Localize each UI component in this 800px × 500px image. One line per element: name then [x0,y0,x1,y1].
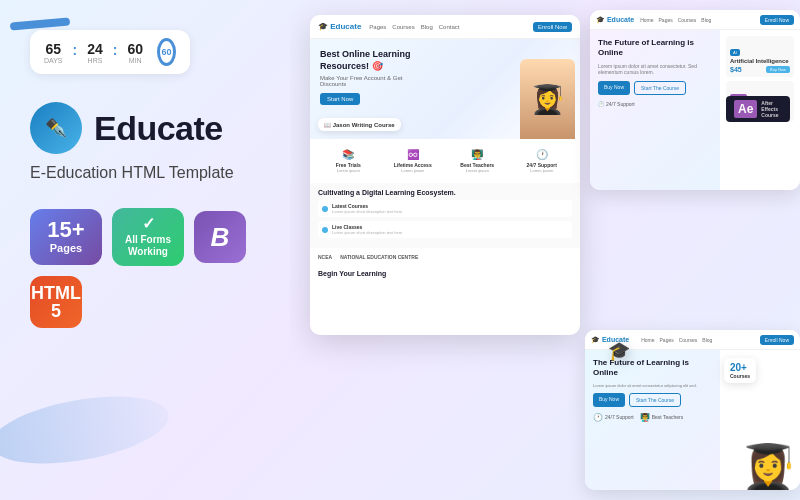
pen-icon: ✒️ [45,117,67,139]
ss3-hero: The Future of Learning is Online Lorem i… [585,350,720,490]
product-subtitle: E-Education HTML Template [30,164,280,182]
ss2-hero-btns: Buy Now Start The Course [598,81,712,95]
screenshot-secondary: 🎓 Educate Home Pages Courses Blog Enroll… [590,10,800,190]
feature-lifetime: ♾️ Lifetime Access Lorem ipsum [383,145,444,177]
right-panel: 🎨 ✏️ 🎓 Educate Pages Courses Blog Contac… [290,0,800,500]
ss-main-nav-logo: 🎓 Educate [318,22,361,31]
course-dot-live [322,227,328,233]
ss3-courses-label: Courses [730,373,750,379]
ss3-student-panel: 20+ Courses 👩‍🎓 [720,350,800,490]
ss2-nav-links: Home Pages Courses Blog [640,17,711,23]
timer-sep-1: : [73,42,78,58]
ss2-courses-list: AI Artificial Intelligence $45 Buy Now F… [720,30,800,190]
ss3-start-btn: Start The Course [629,393,681,407]
stat-teacher-icon: 👨‍🏫 [640,413,650,422]
course-item-live: Live Classes Lorem ipsum short descripti… [318,221,572,238]
feature-book-icon: 📚 [320,149,377,160]
feature-free-trials: 📚 Free Trials Lorem ipsum [318,145,379,177]
pages-badge: 15+ Pages [30,209,102,265]
badges-row: 15+ Pages ✓ All Forms Working B HTML 5 [30,208,280,328]
ss-main-hero: Best Online Learning Resources! 🎯 Make Y… [310,39,580,139]
ss3-student-emoji: 👩‍🎓 [740,445,796,490]
logo-area: ✒️ Educate [30,102,280,154]
begin-section: Begin Your Learning [310,266,580,281]
screenshots-container: 🎨 ✏️ 🎓 Educate Pages Courses Blog Contac… [290,0,800,500]
ss-main-nav-btn: Enroll Now [533,22,572,32]
support-icon: 🕐 [598,101,604,107]
ss3-nav-btn: Enroll Now [760,335,794,345]
ss-main-nav: 🎓 Educate Pages Courses Blog Contact Enr… [310,15,580,39]
ss-main-partners: NCEA NATIONAL EDUCATION CENTRE [310,248,580,266]
bootstrap-badge: B [194,211,246,263]
timer-sep-2: : [113,42,118,58]
ss3-nav-links: Home Pages Courses Blog [641,337,712,343]
ss3-hero-text: Lorem ipsum dolor sit amet consectetur a… [593,383,712,388]
screenshot-main: 🎓 Educate Pages Courses Blog Contact Enr… [310,15,580,335]
forms-badge: ✓ All Forms Working [112,208,184,266]
timer-widget: 65 Days : 24 Hrs : 60 Min 60 [30,30,190,74]
feature-teachers: 👨‍🏫 Best Teachers Lorem ipsum [447,145,508,177]
ss2-nav-logo: 🎓 Educate [596,16,634,24]
ss2-course-ai: AI Artificial Intelligence $45 Buy Now [726,36,794,77]
ss2-nav-btn: Enroll Now [760,15,794,25]
ss2-buy-btn: Buy Now [598,81,630,95]
course-item-latest: Latest Courses Lorem ipsum short descrip… [318,200,572,217]
timer-mins: 60 Min [127,41,143,64]
html5-badge: HTML 5 [30,276,82,328]
ss-main-features: 📚 Free Trials Lorem ipsum ♾️ Lifetime Ac… [310,139,580,183]
timer-hours: 24 Hrs [87,41,103,64]
ss2-nav: 🎓 Educate Home Pages Courses Blog Enroll… [590,10,800,30]
ss3-hero-btns: Buy Now Start The Course [593,393,712,407]
ss3-courses-num: 20+ [730,362,750,373]
ss2-support: 🕐 24/7 Support [598,101,712,107]
feature-teacher-icon: 👨‍🏫 [449,149,506,160]
stat-support-icon: 🕐 [593,413,603,422]
ss-main-hero-badge: 📖 Jason Writing Course [318,118,401,131]
ss2-start-btn: Start The Course [634,81,686,95]
ae-badge: Ae After Effects Course [726,96,790,122]
feature-clock-icon: 🕐 [514,149,571,160]
ss3-courses-badge: 20+ Courses [724,358,756,383]
ss-main-hero-student: 👩‍🎓 [520,59,575,139]
float-icon-graduation: 🎓 [608,340,630,362]
ss-main-courses: Cultivating a Digital Learning Ecosystem… [310,183,580,248]
forms-check-icon: ✓ [142,216,155,232]
ss2-hero: The Future of Learning is Online Lorem i… [590,30,720,190]
ss-main-hero-title: Best Online Learning Resources! 🎯 [320,49,440,72]
ss-main-hero-btn: Start Now [320,93,360,105]
ss2-hero-text: Lorem ipsum dolor sit amet consectetur. … [598,63,712,75]
course-dot [322,206,328,212]
ss3-content: The Future of Learning is Online Lorem i… [585,350,800,490]
forms-badge-label: All Forms Working [125,234,171,258]
pages-badge-label: Pages [50,241,82,255]
ss3-stat-support: 🕐 24/7 Support [593,413,634,422]
feature-support: 🕐 24/7 Support Lorem ipsum [512,145,573,177]
ss3-stat-teachers: 👨‍🏫 Best Teachers [640,413,684,422]
timer-circle: 60 [157,38,176,66]
brand-name: Educate [94,109,223,148]
partner-ncea: NCEA [318,254,332,260]
feature-infinity-icon: ♾️ [385,149,442,160]
ss2-hero-title: The Future of Learning is Online [598,38,712,59]
timer-days: 65 Days [44,41,63,64]
ss3-stats: 🕐 24/7 Support 👨‍🏫 Best Teachers [593,413,712,422]
ss3-buy-btn: Buy Now [593,393,625,407]
left-panel: 65 Days : 24 Hrs : 60 Min 60 ✒️ Educate … [0,0,310,500]
ae-icon: Ae [734,100,757,118]
partner-national: NATIONAL EDUCATION CENTRE [340,254,418,260]
ss-main-nav-links: Pages Courses Blog Contact [369,24,459,30]
logo-icon: ✒️ [30,102,82,154]
pages-badge-num: 15+ [47,219,84,241]
ss2-content: The Future of Learning is Online Lorem i… [590,30,800,190]
ss-main-hero-subtitle: Make Your Free Account & Get Discounts [320,75,430,87]
